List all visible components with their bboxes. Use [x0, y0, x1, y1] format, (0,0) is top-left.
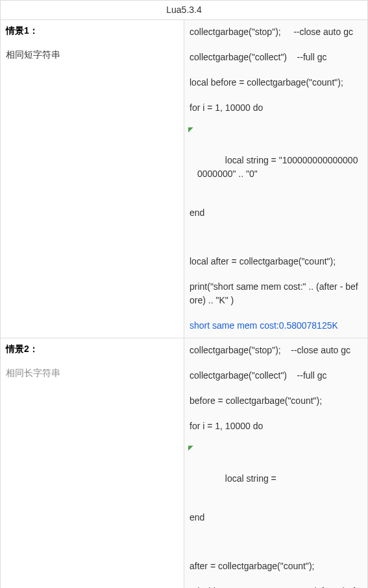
- code-line-indent: ◤ local string =: [190, 445, 362, 499]
- code-line: end: [190, 206, 362, 220]
- code-line: for i = 1, 10000 do: [190, 101, 362, 115]
- code-line: collectgarbage("stop"); --close auto gc: [190, 344, 362, 357]
- code-line: collectgarbage("stop"); --close auto gc: [190, 25, 362, 39]
- code-text: local string = "1000000000000000000000" …: [197, 155, 358, 179]
- table-row: 情景2： 相同长字符串 collectgarbage("stop"); --cl…: [1, 338, 368, 589]
- scenario-title: 情景1：: [6, 24, 178, 38]
- scenario-subtitle: 相同短字符串: [6, 48, 178, 62]
- scenario-left-cell: 情景1： 相同短字符串: [1, 20, 184, 338]
- tick-icon: ◤: [188, 443, 193, 453]
- table-header: Lua5.3.4: [1, 1, 368, 20]
- scenario-title: 情景2：: [6, 342, 178, 356]
- code-line: collectgarbage("collect") --full gc: [190, 369, 362, 382]
- code-line: after = collectgarbage("count");: [190, 559, 362, 573]
- code-line-indent: ◤ local string = "1000000000000000000000…: [190, 126, 362, 194]
- code-line: print("long same mem cost:" .. (after - …: [190, 585, 362, 588]
- code-line: local after = collectgarbage("count");: [190, 255, 362, 268]
- output-line: short same mem cost:0.580078125K: [190, 319, 362, 333]
- code-line: print("short same mem cost:" .. (after -…: [190, 280, 362, 307]
- scenario-subtitle: 相同长字符串: [6, 366, 178, 380]
- tick-icon: ◤: [188, 124, 193, 134]
- code-cell: collectgarbage("stop"); --close auto gc …: [184, 20, 368, 338]
- table-row: 情景1： 相同短字符串 collectgarbage("stop"); --cl…: [1, 20, 368, 338]
- code-line: end: [190, 511, 362, 524]
- gap: [190, 536, 362, 559]
- scenario-left-cell: 情景2： 相同长字符串: [1, 338, 184, 589]
- code-line: collectgarbage("collect") --full gc: [190, 51, 362, 64]
- code-line: local before = collectgarbage("count");: [190, 76, 362, 89]
- lua-table: Lua5.3.4 情景1： 相同短字符串 collectgarbage("sto…: [0, 0, 368, 588]
- header-title: Lua5.3.4: [166, 5, 202, 15]
- gap: [190, 231, 362, 255]
- code-cell: collectgarbage("stop"); --close auto gc …: [184, 338, 368, 589]
- code-text: local string =: [217, 473, 276, 484]
- code-line: before = collectgarbage("count");: [190, 394, 362, 408]
- code-line: for i = 1, 10000 do: [190, 419, 362, 433]
